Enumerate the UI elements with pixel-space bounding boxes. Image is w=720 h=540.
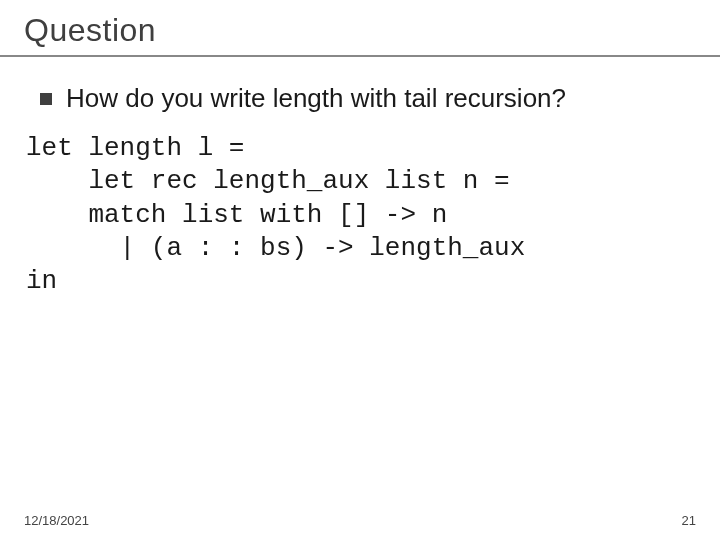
slide-footer: 12/18/2021 21 (24, 513, 696, 528)
code-line: match list with [] -> n (26, 200, 447, 230)
slide: Question How do you write length with ta… (0, 0, 720, 540)
code-line: let length l = (26, 133, 244, 163)
code-line: let rec length_aux list n = (26, 166, 510, 196)
code-line: in (26, 266, 57, 296)
bullet-text: How do you write length with tail recurs… (66, 83, 566, 114)
footer-page-number: 21 (682, 513, 696, 528)
slide-body: How do you write length with tail recurs… (24, 83, 696, 298)
code-block: let length l = let rec length_aux list n… (26, 132, 696, 298)
slide-title: Question (24, 12, 696, 49)
footer-date: 12/18/2021 (24, 513, 89, 528)
square-bullet-icon (40, 93, 52, 105)
bullet-item: How do you write length with tail recurs… (40, 83, 696, 114)
code-line: | (a : : bs) -> length_aux (26, 233, 525, 263)
title-rule (0, 55, 720, 57)
